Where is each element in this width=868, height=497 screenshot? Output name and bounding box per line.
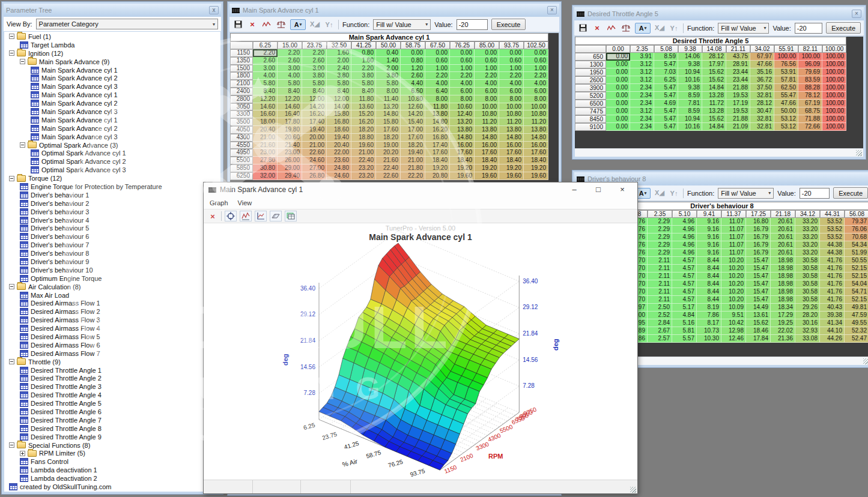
- value-cell[interactable]: 26.80: [302, 172, 327, 180]
- value-cell[interactable]: 2.34: [630, 100, 654, 107]
- value-cell[interactable]: 30.47: [750, 107, 774, 115]
- row-header[interactable]: 1500: [230, 65, 253, 73]
- value-cell[interactable]: 4.96: [672, 218, 697, 226]
- value-cell[interactable]: 88.28: [798, 84, 822, 92]
- value-cell[interactable]: 27.80: [253, 157, 278, 164]
- value-cell[interactable]: 8.19: [697, 304, 721, 312]
- value-cell[interactable]: 21.00: [401, 157, 425, 164]
- row-header[interactable]: 2400: [230, 88, 253, 95]
- value-cell[interactable]: 20.00: [302, 134, 327, 142]
- value-cell[interactable]: 9.16: [697, 218, 721, 226]
- value-cell[interactable]: 17.60: [499, 149, 524, 157]
- column-header[interactable]: 58.75: [401, 41, 425, 49]
- value-cell[interactable]: 2.11: [648, 296, 672, 304]
- value-cell[interactable]: 47.66: [774, 100, 798, 107]
- value-cell[interactable]: 10.20: [721, 280, 746, 288]
- value-cell[interactable]: 10.30: [697, 335, 721, 343]
- value-cell[interactable]: 27.00: [302, 164, 327, 172]
- value-cell[interactable]: 10.20: [721, 288, 746, 296]
- value-cell[interactable]: 0.80: [401, 57, 425, 65]
- value-cell[interactable]: 18.40: [450, 157, 475, 164]
- value-cell[interactable]: 16.80: [425, 134, 450, 142]
- value-cell[interactable]: 15.47: [746, 257, 771, 265]
- value-cell[interactable]: 41.76: [820, 280, 845, 288]
- value-cell[interactable]: 76.06: [845, 226, 868, 233]
- execute-button[interactable]: Execute: [826, 22, 861, 34]
- value-cell[interactable]: 7.81: [678, 100, 702, 107]
- value-cell[interactable]: 17.60: [524, 149, 548, 157]
- value-cell[interactable]: 17.60: [475, 149, 499, 157]
- value-cell[interactable]: 5.47: [654, 107, 678, 115]
- tree-item[interactable]: Desired Airmass Flow 2: [4, 307, 220, 316]
- value-cell[interactable]: 19.40: [302, 126, 327, 134]
- value-cell[interactable]: 1.00: [475, 65, 499, 73]
- close-icon[interactable]: ×: [547, 6, 557, 14]
- value-cell[interactable]: 14.20: [401, 110, 425, 118]
- value-cell[interactable]: 2.34: [630, 123, 654, 131]
- value-cell[interactable]: 11.40: [376, 95, 401, 103]
- value-cell[interactable]: 18.40: [475, 157, 499, 164]
- resize-grip[interactable]: [856, 150, 862, 156]
- value-cell[interactable]: 17.40: [302, 118, 327, 126]
- value-cell[interactable]: 18.40: [425, 157, 450, 164]
- value-cell[interactable]: 52.15: [845, 273, 868, 280]
- tree-item[interactable]: Desired Throttle Angle 6: [4, 408, 220, 416]
- resize-grip[interactable]: [630, 487, 636, 493]
- table-layers-icon[interactable]: [285, 211, 297, 221]
- value-cell[interactable]: 79.37: [845, 218, 868, 226]
- value-cell[interactable]: 72.66: [798, 123, 822, 131]
- value-cell[interactable]: 36.72: [750, 76, 774, 84]
- value-cell[interactable]: 2.20: [302, 49, 327, 57]
- value-cell[interactable]: 26.00: [278, 157, 302, 164]
- value-cell[interactable]: 11.07: [721, 218, 746, 226]
- value-cell[interactable]: 2.29: [648, 218, 672, 226]
- value-cell[interactable]: 29.40: [278, 172, 302, 180]
- value-cell[interactable]: 1.00: [524, 65, 548, 73]
- value-cell[interactable]: 16.79: [746, 233, 771, 241]
- value-cell[interactable]: 19.60: [524, 172, 548, 180]
- value-cell[interactable]: 15.62: [702, 68, 726, 76]
- tree-item[interactable]: Driver's behaviour 6: [4, 232, 220, 241]
- value-cell[interactable]: 4.00: [499, 80, 524, 88]
- column-header[interactable]: 0.00: [606, 45, 630, 53]
- value-cell[interactable]: 3.12: [630, 107, 654, 115]
- value-cell[interactable]: 12.00: [327, 95, 351, 103]
- value-input[interactable]: -20: [800, 188, 830, 199]
- value-cell[interactable]: 30.58: [795, 296, 820, 304]
- tree-item[interactable]: Driver's behaviour 7: [4, 241, 220, 249]
- value-cell[interactable]: 15.62: [746, 319, 771, 327]
- value-cell[interactable]: 21.80: [401, 164, 425, 172]
- value-cell[interactable]: 20.61: [771, 226, 795, 233]
- value-cell[interactable]: 10.00: [475, 103, 499, 111]
- value-cell[interactable]: 9.38: [678, 84, 702, 92]
- column-header[interactable]: 67.50: [425, 41, 450, 49]
- tree-item[interactable]: Main Spark Advance cyl 1: [4, 66, 220, 74]
- value-cell[interactable]: 32.81: [750, 123, 774, 131]
- value-cell[interactable]: 19.40: [327, 134, 351, 142]
- value-cell[interactable]: 6.25: [654, 76, 678, 84]
- value-cell[interactable]: 51.99: [845, 249, 868, 257]
- value-cell[interactable]: 14.84: [702, 123, 726, 131]
- value-cell[interactable]: 0.00: [606, 61, 630, 68]
- value-cell[interactable]: 28.20: [795, 312, 820, 319]
- value-cell[interactable]: 5.80: [302, 80, 327, 88]
- tree-item[interactable]: created by OldSkullTuning.com: [4, 483, 220, 491]
- value-cell[interactable]: 8.59: [654, 53, 678, 61]
- tree-item[interactable]: Optimal Spark Advance cyl 3: [4, 166, 220, 174]
- column-header[interactable]: 23.75: [302, 41, 327, 49]
- y-axis-icon[interactable]: Y↑: [669, 23, 679, 33]
- value-cell[interactable]: 10.94: [678, 68, 702, 76]
- value-cell[interactable]: 22.40: [351, 157, 376, 164]
- value-cell[interactable]: 62.50: [774, 84, 798, 92]
- column-header[interactable]: 5.08: [654, 45, 678, 53]
- value-cell[interactable]: 18.34: [771, 304, 795, 312]
- tree-item[interactable]: Fans Control: [4, 457, 220, 466]
- value-cell[interactable]: 4.57: [672, 265, 697, 273]
- value-cell[interactable]: 13.28: [702, 92, 726, 100]
- value-cell[interactable]: 49.55: [845, 319, 868, 327]
- value-cell[interactable]: 1.60: [351, 57, 376, 65]
- value-cell[interactable]: 39.38: [820, 312, 845, 319]
- value-cell[interactable]: 15.40: [401, 118, 425, 126]
- value-cell[interactable]: 14.06: [678, 53, 702, 61]
- value-cell[interactable]: 8.40: [351, 88, 376, 95]
